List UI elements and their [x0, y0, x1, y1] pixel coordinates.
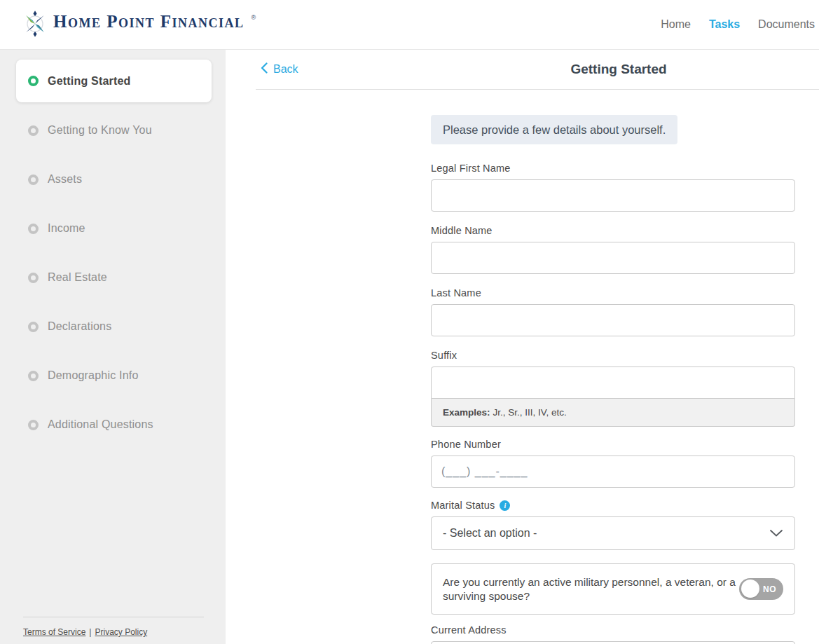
chevron-left-icon [261, 62, 268, 76]
marital-status-selected-value: - Select an option - [443, 527, 537, 540]
sidebar-item-label: Getting Started [48, 75, 131, 88]
nav-documents[interactable]: Documents [758, 18, 815, 31]
last-name-group: Last Name [431, 287, 795, 336]
sidebar-item-additional-questions[interactable]: Additional Questions [0, 400, 226, 449]
suffix-help-text: Examples:Jr., Sr., III, IV, etc. [431, 399, 795, 427]
intro-banner: Please provide a few details about yours… [431, 115, 677, 144]
registered-mark: ® [252, 14, 256, 21]
middle-name-label: Middle Name [431, 225, 795, 237]
sidebar-item-demographic-info[interactable]: Demographic Info [0, 351, 226, 400]
last-name-label: Last Name [431, 287, 795, 299]
toggle-knob [741, 580, 759, 598]
back-button[interactable]: Back [261, 62, 298, 76]
last-name-input[interactable] [431, 304, 795, 336]
current-address-input[interactable] [431, 641, 795, 644]
nav-home[interactable]: Home [661, 18, 691, 31]
current-address-label: Current Address [431, 624, 795, 636]
suffix-help-examples: Jr., Sr., III, IV, etc. [493, 407, 567, 418]
marital-status-label-row: Marital Status i [431, 500, 795, 512]
sidebar-item-assets[interactable]: Assets [0, 155, 226, 204]
app-header: Home Point Financial ® Home Tasks Docume… [0, 0, 819, 50]
sidebar-item-label: Declarations [48, 320, 111, 333]
phone-number-input[interactable] [431, 455, 795, 488]
marital-status-select[interactable]: - Select an option - [431, 516, 795, 550]
top-nav: Home Tasks Documents [661, 18, 815, 31]
footer-separator: | [89, 627, 91, 637]
nav-tasks[interactable]: Tasks [709, 18, 740, 31]
step-circle-icon [28, 371, 39, 381]
military-question-text: Are you currently an active military per… [443, 575, 737, 603]
step-circle-icon [28, 420, 39, 430]
legal-first-name-group: Legal First Name [431, 163, 795, 212]
content-header: Back Getting Started [226, 50, 819, 89]
step-circle-icon [28, 125, 39, 136]
toggle-state-label: NO [763, 584, 776, 594]
sidebar-item-label: Additional Questions [48, 418, 153, 431]
suffix-input[interactable] [431, 366, 795, 399]
sidebar-item-label: Getting to Know You [48, 124, 152, 137]
step-circle-icon [28, 273, 39, 283]
sidebar-item-label: Real Estate [48, 271, 107, 284]
privacy-policy-link[interactable]: Privacy Policy [95, 627, 147, 637]
sidebar-item-label: Assets [48, 173, 82, 186]
sidebar-item-label: Income [48, 222, 85, 235]
brand-logo: Home Point Financial ® [23, 8, 256, 41]
terms-of-service-link[interactable]: Terms of Service [23, 627, 85, 637]
step-circle-icon [28, 224, 39, 234]
suffix-help-prefix: Examples: [443, 407, 490, 418]
legal-first-name-input[interactable] [431, 179, 795, 212]
main-content: Back Getting Started Please provide a fe… [226, 50, 819, 644]
marital-status-label: Marital Status [431, 500, 495, 512]
step-circle-icon [28, 322, 39, 332]
header-divider [256, 89, 819, 90]
military-question-box: Are you currently an active military per… [431, 563, 795, 615]
getting-started-form: Please provide a few details about yours… [431, 115, 795, 644]
page: Home Point Financial ® Home Tasks Docume… [0, 0, 819, 644]
back-label: Back [273, 63, 298, 76]
info-icon[interactable]: i [500, 500, 510, 511]
steps-sidebar: Getting Started Getting to Know You Asse… [0, 50, 226, 644]
legal-footer: Terms of Service|Privacy Policy [23, 617, 204, 637]
middle-name-input[interactable] [431, 242, 795, 274]
military-toggle[interactable]: NO [739, 578, 783, 600]
marital-status-group: Marital Status i - Select an option - [431, 500, 795, 550]
sidebar-item-declarations[interactable]: Declarations [0, 302, 226, 351]
step-circle-icon [28, 76, 39, 86]
page-title: Getting Started [570, 62, 666, 77]
compass-star-icon [23, 9, 47, 41]
suffix-label: Suffix [431, 350, 795, 362]
step-circle-icon [28, 174, 39, 185]
sidebar-item-getting-to-know-you[interactable]: Getting to Know You [0, 106, 226, 155]
phone-number-group: Phone Number [431, 439, 795, 488]
middle-name-group: Middle Name [431, 225, 795, 274]
current-address-group: Current Address [431, 624, 795, 644]
chevron-down-icon [770, 527, 783, 540]
sidebar-item-getting-started[interactable]: Getting Started [16, 60, 212, 102]
sidebar-item-label: Demographic Info [48, 369, 139, 382]
phone-number-label: Phone Number [431, 439, 795, 451]
suffix-group: Suffix Examples:Jr., Sr., III, IV, etc. [431, 350, 795, 427]
brand-name: Home Point Financial [53, 8, 245, 36]
legal-first-name-label: Legal First Name [431, 163, 795, 174]
sidebar-item-real-estate[interactable]: Real Estate [0, 253, 226, 302]
sidebar-item-income[interactable]: Income [0, 204, 226, 253]
